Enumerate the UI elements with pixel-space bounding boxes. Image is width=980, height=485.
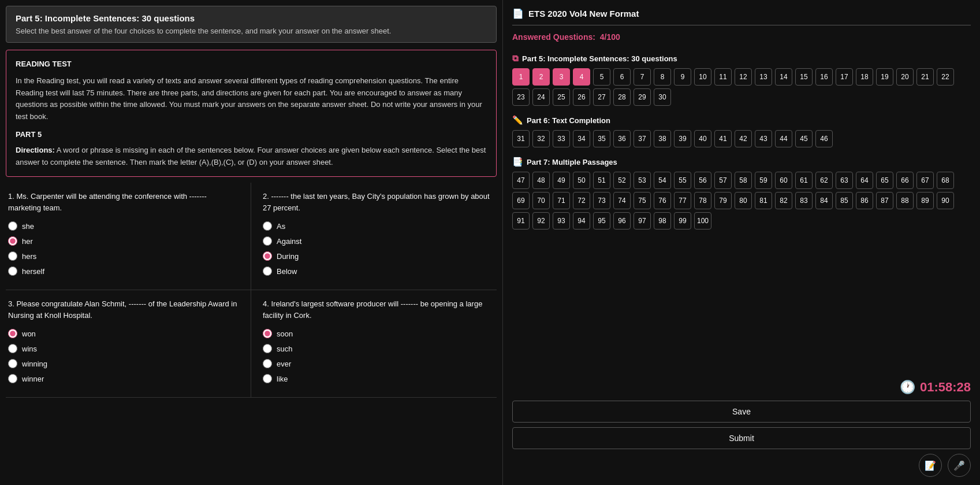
option-row-q1-2[interactable]: hers <box>8 251 239 261</box>
radio-q1-1[interactable] <box>8 236 17 246</box>
option-row-q3-2[interactable]: winning <box>8 359 239 368</box>
num-btn-68[interactable]: 68 <box>937 172 954 189</box>
num-btn-98[interactable]: 98 <box>654 212 671 229</box>
num-btn-64[interactable]: 64 <box>856 172 873 189</box>
num-btn-15[interactable]: 15 <box>795 68 813 86</box>
num-btn-51[interactable]: 51 <box>593 172 610 189</box>
num-btn-37[interactable]: 37 <box>634 130 651 147</box>
num-btn-71[interactable]: 71 <box>553 192 570 209</box>
num-btn-24[interactable]: 24 <box>532 88 550 106</box>
num-btn-84[interactable]: 84 <box>815 192 833 209</box>
num-btn-49[interactable]: 49 <box>553 172 570 189</box>
num-btn-1[interactable]: 1 <box>512 68 530 86</box>
num-btn-59[interactable]: 59 <box>755 172 772 189</box>
num-btn-47[interactable]: 47 <box>512 172 530 189</box>
num-btn-55[interactable]: 55 <box>674 172 691 189</box>
num-btn-8[interactable]: 8 <box>654 68 671 86</box>
num-btn-57[interactable]: 57 <box>714 172 732 189</box>
num-btn-99[interactable]: 99 <box>674 212 691 229</box>
num-btn-42[interactable]: 42 <box>735 130 752 147</box>
num-btn-11[interactable]: 11 <box>714 68 732 86</box>
num-btn-74[interactable]: 74 <box>613 192 631 209</box>
num-btn-2[interactable]: 2 <box>532 68 550 86</box>
num-btn-90[interactable]: 90 <box>937 192 954 209</box>
num-btn-72[interactable]: 72 <box>573 192 590 209</box>
option-row-q4-2[interactable]: ever <box>263 359 491 368</box>
num-btn-52[interactable]: 52 <box>613 172 631 189</box>
num-btn-30[interactable]: 30 <box>654 88 671 106</box>
num-btn-79[interactable]: 79 <box>714 192 732 209</box>
num-btn-89[interactable]: 89 <box>916 192 934 209</box>
num-btn-22[interactable]: 22 <box>937 68 954 86</box>
num-btn-93[interactable]: 93 <box>553 212 570 229</box>
num-btn-13[interactable]: 13 <box>755 68 772 86</box>
num-btn-14[interactable]: 14 <box>775 68 792 86</box>
num-btn-9[interactable]: 9 <box>674 68 691 86</box>
num-btn-20[interactable]: 20 <box>896 68 914 86</box>
num-btn-58[interactable]: 58 <box>735 172 752 189</box>
radio-q1-0[interactable] <box>8 221 17 231</box>
radio-q1-3[interactable] <box>8 266 17 276</box>
num-btn-67[interactable]: 67 <box>916 172 934 189</box>
num-btn-60[interactable]: 60 <box>775 172 792 189</box>
num-btn-45[interactable]: 45 <box>795 130 813 147</box>
num-btn-44[interactable]: 44 <box>775 130 792 147</box>
num-btn-63[interactable]: 63 <box>836 172 853 189</box>
num-btn-91[interactable]: 91 <box>512 212 530 229</box>
num-btn-61[interactable]: 61 <box>795 172 813 189</box>
radio-q1-2[interactable] <box>8 251 17 261</box>
num-btn-73[interactable]: 73 <box>593 192 610 209</box>
num-btn-26[interactable]: 26 <box>573 88 590 106</box>
option-row-q1-1[interactable]: her <box>8 236 239 246</box>
num-btn-85[interactable]: 85 <box>836 192 853 209</box>
num-btn-56[interactable]: 56 <box>694 172 711 189</box>
num-btn-75[interactable]: 75 <box>634 192 651 209</box>
option-row-q4-0[interactable]: soon <box>263 329 491 338</box>
option-row-q3-3[interactable]: winner <box>8 374 239 383</box>
num-btn-76[interactable]: 76 <box>654 192 671 209</box>
num-btn-40[interactable]: 40 <box>694 130 711 147</box>
num-btn-97[interactable]: 97 <box>634 212 651 229</box>
num-btn-19[interactable]: 19 <box>876 68 893 86</box>
num-btn-34[interactable]: 34 <box>573 130 590 147</box>
radio-q3-0[interactable] <box>8 329 17 338</box>
save-button[interactable]: Save <box>512 401 971 423</box>
option-row-q1-0[interactable]: she <box>8 221 239 231</box>
notepad-icon-button[interactable]: 📝 <box>919 454 942 477</box>
option-row-q3-0[interactable]: won <box>8 329 239 338</box>
num-btn-78[interactable]: 78 <box>694 192 711 209</box>
option-row-q4-3[interactable]: like <box>263 374 491 383</box>
num-btn-77[interactable]: 77 <box>674 192 691 209</box>
num-btn-43[interactable]: 43 <box>755 130 772 147</box>
radio-q3-2[interactable] <box>8 359 17 368</box>
num-btn-81[interactable]: 81 <box>755 192 772 209</box>
num-btn-95[interactable]: 95 <box>593 212 610 229</box>
num-btn-4[interactable]: 4 <box>573 68 590 86</box>
num-btn-32[interactable]: 32 <box>532 130 550 147</box>
num-btn-17[interactable]: 17 <box>836 68 853 86</box>
num-btn-6[interactable]: 6 <box>613 68 631 86</box>
radio-q4-2[interactable] <box>263 359 272 368</box>
radio-q4-1[interactable] <box>263 344 272 353</box>
radio-q2-3[interactable] <box>263 266 272 276</box>
num-btn-62[interactable]: 62 <box>815 172 833 189</box>
num-btn-21[interactable]: 21 <box>916 68 934 86</box>
num-btn-23[interactable]: 23 <box>512 88 530 106</box>
num-btn-5[interactable]: 5 <box>593 68 610 86</box>
num-btn-53[interactable]: 53 <box>634 172 651 189</box>
num-btn-70[interactable]: 70 <box>532 192 550 209</box>
num-btn-94[interactable]: 94 <box>573 212 590 229</box>
num-btn-33[interactable]: 33 <box>553 130 570 147</box>
num-btn-38[interactable]: 38 <box>654 130 671 147</box>
num-btn-28[interactable]: 28 <box>613 88 631 106</box>
num-btn-41[interactable]: 41 <box>714 130 732 147</box>
num-btn-16[interactable]: 16 <box>815 68 833 86</box>
num-btn-82[interactable]: 82 <box>775 192 792 209</box>
num-btn-18[interactable]: 18 <box>856 68 873 86</box>
num-btn-54[interactable]: 54 <box>654 172 671 189</box>
num-btn-50[interactable]: 50 <box>573 172 590 189</box>
num-btn-92[interactable]: 92 <box>532 212 550 229</box>
num-btn-29[interactable]: 29 <box>634 88 651 106</box>
num-btn-31[interactable]: 31 <box>512 130 530 147</box>
num-btn-48[interactable]: 48 <box>532 172 550 189</box>
